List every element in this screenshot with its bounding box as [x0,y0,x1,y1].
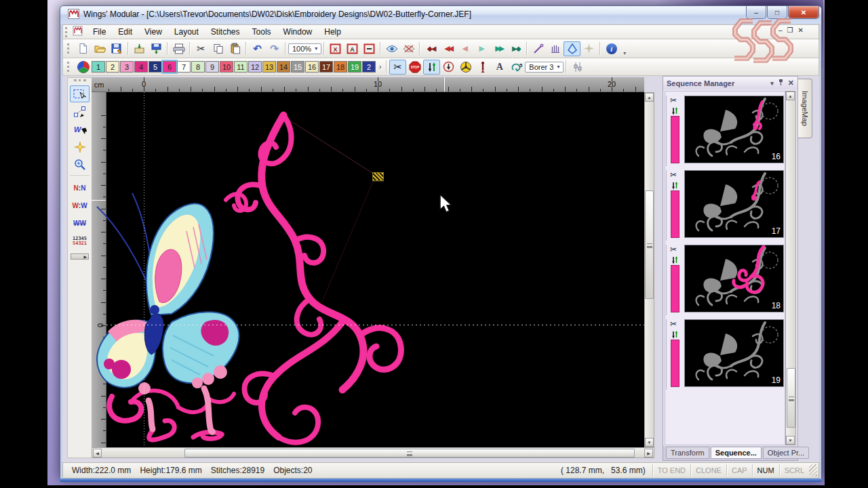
color-swatch-7[interactable]: 7 [177,61,191,73]
color-swatch-14[interactable]: 14 [277,61,290,73]
menu-tools[interactable]: Tools [246,26,277,38]
trim-circle-button[interactable] [440,60,457,75]
repeat-5-button[interactable]: 5 [508,60,525,75]
nav-next-fast-button[interactable]: ▶▶ [490,41,507,56]
sequence-item-17[interactable]: ✂17 [666,170,784,241]
print-button[interactable] [170,41,187,56]
density-comb-button[interactable] [547,41,564,56]
toolbox-grip[interactable] [68,79,92,83]
lettering-a-button[interactable]: A [491,60,508,75]
toolbar-grip[interactable] [67,43,71,54]
color-swatch-18[interactable]: 18 [334,61,347,73]
scroll-arrow-up[interactable]: ▲ [645,93,654,102]
menu-edit[interactable]: Edit [112,26,138,38]
color-swatch-4[interactable]: 4 [134,61,148,73]
borer-select[interactable]: Borer 3▾ [525,62,564,73]
menu-stitches[interactable]: Stitches [205,26,246,38]
toolbar-overflow-icon[interactable]: ▾ [623,50,626,58]
zoom-tool-tool-button[interactable] [70,156,90,173]
undo-button[interactable]: ↶ [249,41,266,56]
redo-button[interactable]: ↷ [266,41,283,56]
tab-transform[interactable]: Transform [666,447,709,459]
panel-menu-icon[interactable]: ▾ [770,80,774,87]
send-to-machine-button[interactable] [131,41,148,56]
stitch-insert-tool-button[interactable]: W [70,121,90,138]
stitch-pen-button[interactable] [530,41,547,56]
color-swatch-15[interactable]: 15 [291,61,304,73]
color-swatch-19[interactable]: 19 [348,61,361,73]
color-swatch-13[interactable]: 13 [262,61,276,73]
scroll-arrow-left[interactable]: ◀ [93,449,102,458]
paste-button[interactable] [226,41,243,56]
scroll-thumb[interactable] [787,368,795,428]
scroll-arrow-down[interactable]: ▼ [645,438,654,447]
color-swatch-12[interactable]: 12 [248,61,262,73]
toolbar-grip[interactable] [65,27,69,37]
new-button[interactable] [75,41,92,56]
scroll-thumb[interactable] [184,449,635,458]
hoop-limit-button[interactable] [361,41,378,56]
hoop-x-button[interactable]: X [327,41,344,56]
palette-more-button[interactable]: › [379,63,381,70]
open-button[interactable] [92,41,108,56]
color-swatch-8[interactable]: 8 [191,61,205,73]
color-swatch-1[interactable]: 1 [92,61,105,73]
hide-stitches-button[interactable] [400,41,417,56]
spoke-wheel-button[interactable] [457,60,474,75]
canvas-horizontal-scrollbar[interactable]: ◀▶ [92,447,654,458]
menu-layout[interactable]: Layout [168,26,205,38]
fill-shape-button[interactable] [564,41,580,56]
sequence-item-16[interactable]: ✂16 [666,96,784,166]
canvas-vertical-scrollbar[interactable]: ▲▼ [644,92,654,447]
www-lines-tool-button[interactable]: WW [70,215,90,232]
color-swatch-5[interactable]: 5 [149,61,162,73]
magic-star-tool-button[interactable] [70,138,90,155]
scroll-arrow-right[interactable]: ▶ [644,449,653,458]
color-wheel-button[interactable] [75,60,92,75]
save-button[interactable] [108,41,125,56]
show-stitches-button[interactable] [383,41,400,56]
needle-points-button[interactable] [423,60,440,75]
nav-next-button[interactable]: ▶ [473,41,490,56]
stitch-marker[interactable] [372,172,384,181]
nav-prev-button[interactable]: ◀ [456,41,473,56]
color-swatch-17[interactable]: 17 [319,61,333,73]
scroll-thumb[interactable] [645,190,654,299]
toolbar-grip[interactable] [67,62,71,72]
sequence-scrollbar[interactable]: ▲▼ [785,91,796,445]
sequence-item-18[interactable]: ✂18 [666,245,784,315]
color-swatch-9[interactable]: 9 [205,61,219,73]
scroll-arrow-down[interactable]: ▼ [786,436,795,445]
color-swatch-6[interactable]: 6 [163,61,176,73]
nav-last-button[interactable]: ▶◆ [507,41,524,56]
select-tool-button[interactable] [70,85,90,102]
info-button[interactable]: i [603,41,620,56]
thread-color-bar[interactable] [671,190,679,238]
embroidery-design[interactable] [92,98,410,448]
nav-prev-fast-button[interactable]: ◀◀ [439,41,456,56]
color-swatch-20[interactable]: 2 [362,61,376,73]
tab-object-pr-[interactable]: Object Pr... [763,447,809,459]
scissors-trim-button[interactable]: ✂ [389,60,406,75]
scroll-arrow-up[interactable]: ▲ [786,92,795,100]
cut-button[interactable]: ✂ [193,41,210,56]
panel-close-icon[interactable]: ✕ [788,79,794,87]
ww-compare-tool-button[interactable]: W:W [70,197,90,214]
slider-button[interactable] [569,60,586,75]
resize-grip[interactable] [809,464,817,476]
sequence-thumbnail[interactable]: 18 [684,245,784,312]
needle-button[interactable] [474,60,491,75]
color-swatch-10[interactable]: 10 [220,61,233,73]
auto-sparkle-button[interactable] [580,41,597,56]
sequence-manager-header[interactable]: Sequence Manager ▾ ✕ [663,77,797,89]
sequence-thumbnail[interactable]: 17 [684,170,784,238]
tab-sequence-[interactable]: Sequence... [711,447,762,459]
hoop-a-button[interactable]: A [344,41,361,56]
node-edit-tool-button[interactable] [70,103,90,120]
zoom-select[interactable]: 100%▾ [288,43,321,54]
color-swatch-11[interactable]: 11 [234,61,248,73]
nn-compare-tool-button[interactable]: N:N [70,180,90,197]
copy-button[interactable] [210,41,226,56]
sequence-thumbnail[interactable]: 16 [684,96,784,163]
thread-color-bar[interactable] [671,116,679,163]
